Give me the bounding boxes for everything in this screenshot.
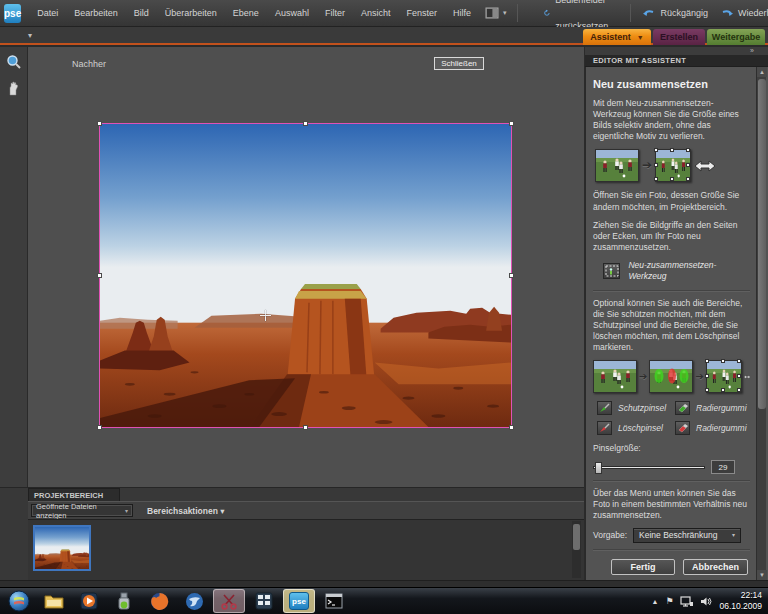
clock-time: 22:14: [719, 590, 762, 601]
taskbar-firefox[interactable]: [143, 589, 175, 613]
menu-filter[interactable]: Filter: [317, 0, 353, 26]
close-view-button[interactable]: Schließen: [434, 57, 484, 70]
menu-ansicht[interactable]: Ansicht: [353, 0, 399, 26]
chevron-down-icon[interactable]: ▾: [28, 31, 32, 40]
protect-eraser-button[interactable]: Radiergummi: [675, 401, 753, 415]
resize-handle-bottom-right[interactable]: [509, 425, 514, 430]
done-button[interactable]: Fertig: [611, 559, 675, 575]
brush-size-slider[interactable]: [593, 466, 705, 469]
view-label: Nachher: [72, 59, 106, 69]
redo-arrow-icon: [720, 7, 734, 19]
chevron-down-icon: ▾: [732, 532, 735, 540]
move-cursor-icon: [260, 310, 271, 321]
project-bin-scrollbar[interactable]: [572, 521, 581, 578]
preset-dropdown[interactable]: Keine Beschränkung ▾: [633, 528, 741, 543]
photo-monument-valley[interactable]: [99, 123, 512, 428]
taskbar-organizer[interactable]: [248, 589, 280, 613]
tray-network-icon[interactable]: [680, 596, 693, 607]
taskbar-explorer[interactable]: [38, 589, 70, 613]
remove-brush-button[interactable]: Löschpinsel: [597, 421, 675, 435]
example-thumbnails-row-1: ➔: [595, 149, 750, 182]
arrow-right-icon: ➔: [695, 370, 703, 383]
panel-scrollbar[interactable]: ▲ ▼: [756, 67, 766, 580]
arrange-panels-dropdown[interactable]: ▾: [479, 0, 513, 26]
guided-edit-panel-tab[interactable]: EDITOR MIT ASSISTENT: [585, 55, 768, 67]
taskbar-media-player[interactable]: [73, 589, 105, 613]
usb-device-icon: [116, 592, 132, 610]
menu-ebene[interactable]: Ebene: [225, 0, 267, 26]
magnifier-icon: [6, 54, 22, 70]
recompose-tool-button[interactable]: [603, 263, 620, 279]
cancel-button[interactable]: Abbrechen: [683, 559, 748, 575]
taskbar-thunderbird[interactable]: [178, 589, 210, 613]
redo-button[interactable]: Wiederholen: [714, 0, 768, 26]
resize-handle-bottom-center[interactable]: [303, 425, 308, 430]
photoshop-elements-screen: pse Datei Bearbeiten Bild Überarbeiten E…: [0, 0, 768, 614]
scrollbar-thumb[interactable]: [758, 79, 766, 409]
protect-brush-icon: [599, 403, 610, 413]
remove-eraser-icon: [677, 423, 688, 433]
project-bin-thumbnail[interactable]: [33, 525, 91, 571]
zoom-tool[interactable]: [3, 51, 25, 73]
hand-tool[interactable]: [3, 77, 25, 99]
tab-assistent-label: Assistent: [590, 32, 631, 42]
example-resize-handle: [737, 374, 741, 378]
menu-auswahl[interactable]: Auswahl: [267, 0, 317, 26]
preset-info-text: Über das Menü unten können Sie das Foto …: [593, 488, 750, 521]
menu-fenster[interactable]: Fenster: [398, 0, 445, 26]
tab-erstellen[interactable]: Erstellen: [653, 29, 705, 45]
resize-handle-bottom-left[interactable]: [97, 425, 102, 430]
scroll-down-icon[interactable]: ▼: [757, 570, 767, 580]
protect-brush-button[interactable]: Schutzpinsel: [597, 401, 675, 415]
resize-handle-mid-left[interactable]: [97, 273, 102, 278]
open-files-dropdown[interactable]: Geöffnete Dateien anzeigen ▾: [31, 504, 133, 517]
open-files-dropdown-label: Geöffnete Dateien anzeigen: [36, 502, 125, 520]
tray-flag-icon[interactable]: ⚑: [665, 596, 673, 606]
project-bin-tab[interactable]: PROJEKTBEREICH: [28, 488, 120, 501]
remove-eraser-button[interactable]: Radiergummi: [675, 421, 753, 435]
canvas-area: Nachher Schließen: [28, 47, 584, 487]
separator: [630, 4, 631, 22]
scroll-up-icon[interactable]: ▲: [757, 67, 767, 77]
start-button[interactable]: [3, 589, 35, 613]
tab-assistent[interactable]: Assistent ▼: [583, 29, 651, 45]
chevron-down-icon: ▾: [125, 507, 128, 514]
recompose-tool-label: Neu-zusammensetzen-Werkzeug: [628, 260, 750, 282]
example-resize-handle: [737, 359, 741, 363]
resize-handle-top-center[interactable]: [303, 121, 308, 126]
menu-bearbeiten[interactable]: Bearbeiten: [66, 0, 126, 26]
divider: [593, 290, 750, 292]
tab-weitergabe[interactable]: Weitergabe: [707, 29, 765, 45]
resize-handle-top-left[interactable]: [97, 121, 102, 126]
example-resize-handle: [686, 177, 690, 181]
menu-datei[interactable]: Datei: [29, 0, 66, 26]
example-resize-handle: [686, 148, 690, 152]
menu-ueberarbeiten[interactable]: Überarbeiten: [157, 0, 225, 26]
guided-edit-panel-body: Neu zusammensetzen Mit dem Neu-zusammens…: [585, 67, 756, 580]
example-resize-handle: [654, 177, 658, 181]
resize-handle-mid-right[interactable]: [509, 273, 514, 278]
brush-size-slider-handle[interactable]: [595, 462, 602, 474]
brush-size-value[interactable]: 29: [711, 460, 735, 474]
taskbar-usb-device[interactable]: [108, 589, 140, 613]
taskbar-photoshop-elements[interactable]: pse: [283, 589, 315, 613]
tray-expand-icon[interactable]: ▲: [651, 598, 658, 605]
resize-handle-top-right[interactable]: [509, 121, 514, 126]
brush-size-label: Pinselgröße:: [593, 443, 750, 454]
taskbar-clock[interactable]: 22:14 06.10.2009: [719, 590, 762, 611]
menu-bild[interactable]: Bild: [126, 0, 157, 26]
tray-volume-icon[interactable]: [700, 596, 712, 607]
example-photo-recomposed: [706, 360, 742, 393]
scissors-icon: [220, 592, 238, 610]
example-photo-original: [593, 360, 637, 393]
undo-button[interactable]: Rückgängig: [636, 0, 714, 26]
bin-actions-menu[interactable]: Bereichsaktionen ▾: [147, 506, 225, 516]
collapse-chevrons-icon[interactable]: »: [750, 47, 754, 54]
protect-eraser-label: Radiergummi: [696, 403, 747, 414]
chevron-down-icon: ▾: [503, 0, 507, 26]
chevron-down-icon: ▼: [637, 34, 644, 41]
taskbar-command-prompt[interactable]: [318, 589, 350, 613]
taskbar-snipping-tool[interactable]: [213, 589, 245, 613]
menu-hilfe[interactable]: Hilfe: [445, 0, 479, 26]
system-tray: ▲ ⚑ 22:14 06.10.2009: [651, 590, 768, 611]
